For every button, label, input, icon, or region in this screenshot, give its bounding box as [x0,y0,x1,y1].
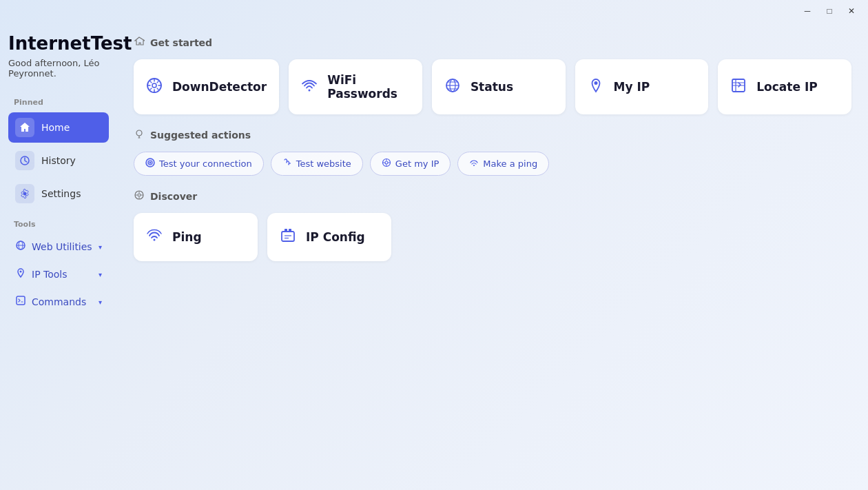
minimize-button[interactable]: ─ [796,0,818,22]
app-title: InternetTest [8,33,109,54]
get-started-label: Get started [150,37,212,48]
svg-point-7 [152,83,156,88]
svg-point-1 [23,192,27,196]
discover-cards-row: Ping IP Config [134,213,851,261]
downdetector-label: DownDetector [172,80,267,94]
ip-config-card[interactable]: IP Config [267,213,391,261]
svg-point-28 [138,194,141,196]
make-ping-chip[interactable]: Make a ping [457,152,549,176]
test-connection-chip[interactable]: Test your connection [134,152,264,176]
suggested-actions-label: Suggested actions [150,130,251,141]
my-ip-card[interactable]: My IP [575,59,709,114]
svg-point-16 [136,130,142,136]
get-my-ip-chip[interactable]: Get my IP [370,152,451,176]
sidebar-item-web-utilities[interactable]: Web Utilities ▾ [8,234,109,259]
ip-tools-chevron: ▾ [99,271,102,278]
ip-config-label: IP Config [306,230,365,244]
make-ping-icon [469,158,479,170]
svg-point-26 [473,165,475,166]
downdetector-icon [146,77,163,97]
discover-header: Discover [134,190,851,203]
ip-config-icon [280,227,296,247]
get-started-header: Get started [134,36,851,50]
commands-chevron: ▾ [99,298,102,306]
test-connection-icon [145,158,155,170]
svg-rect-6 [17,296,25,305]
ping-card[interactable]: Ping [134,213,258,261]
sidebar: InternetTest Good afternoon, Léo Peyronn… [0,22,117,490]
locate-ip-card[interactable]: Locate IP [718,59,851,114]
make-ping-label: Make a ping [483,159,537,169]
close-button[interactable]: ✕ [840,0,862,22]
get-my-ip-icon [382,158,391,170]
svg-point-19 [149,162,151,163]
history-icon [15,151,34,170]
commands-label: Commands [32,296,86,307]
status-label: Status [471,80,513,94]
main-content: Get started DownDetector [117,22,868,490]
status-icon [444,77,461,97]
tools-label: Tools [14,220,109,229]
actions-row: Test your connection Test website [134,152,851,176]
wifi-passwords-icon [301,77,318,97]
svg-point-5 [20,271,22,273]
my-ip-label: My IP [614,80,650,94]
commands-icon [15,295,26,309]
sidebar-item-home[interactable]: Home [8,112,109,143]
test-website-icon [282,158,292,170]
suggested-actions-icon [134,128,145,142]
locate-ip-label: Locate IP [756,80,817,94]
svg-point-14 [594,81,597,85]
app-container: InternetTest Good afternoon, Léo Peyronn… [0,0,868,490]
ip-tools-icon [15,267,26,281]
svg-rect-34 [282,232,294,241]
sidebar-item-home-label: Home [41,122,70,133]
discover-icon [134,190,145,203]
my-ip-icon [588,77,604,97]
web-utilities-label: Web Utilities [32,241,92,252]
locate-ip-icon [730,77,747,97]
sidebar-item-history[interactable]: History [8,145,109,176]
titlebar: ─ □ ✕ [0,0,868,22]
web-utilities-chevron: ▾ [99,243,102,251]
svg-point-21 [385,161,388,164]
status-card[interactable]: Status [432,59,566,114]
get-my-ip-label: Get my IP [395,159,439,169]
pinned-label: Pinned [14,98,109,107]
get-started-icon [134,36,145,50]
sidebar-item-commands[interactable]: Commands ▾ [8,289,109,314]
wifi-passwords-label: WiFi Passwords [327,73,410,101]
feature-cards-row: DownDetector WiFi Passwords [134,59,851,114]
ping-label: Ping [172,230,202,244]
maximize-button[interactable]: □ [818,0,840,22]
test-website-label: Test website [296,159,351,169]
svg-point-33 [154,238,156,241]
discover-label: Discover [150,191,197,202]
svg-point-8 [309,89,311,91]
web-utilities-icon [15,240,26,254]
downdetector-card[interactable]: DownDetector [134,59,279,114]
wifi-passwords-card[interactable]: WiFi Passwords [289,59,422,114]
test-website-chip[interactable]: Test website [271,152,363,176]
test-connection-label: Test your connection [159,159,252,169]
sidebar-item-settings[interactable]: Settings [8,178,109,209]
greeting: Good afternoon, Léo Peyronnet. [8,58,109,79]
ip-tools-label: IP Tools [32,269,68,280]
svg-rect-36 [289,229,291,232]
sidebar-item-settings-label: Settings [41,188,81,199]
svg-rect-35 [285,229,287,232]
sidebar-item-history-label: History [41,155,76,166]
settings-icon [15,184,34,203]
ping-icon [146,227,163,247]
sidebar-item-ip-tools[interactable]: IP Tools ▾ [8,262,109,287]
home-icon [15,118,34,137]
suggested-actions-header: Suggested actions [134,128,851,142]
